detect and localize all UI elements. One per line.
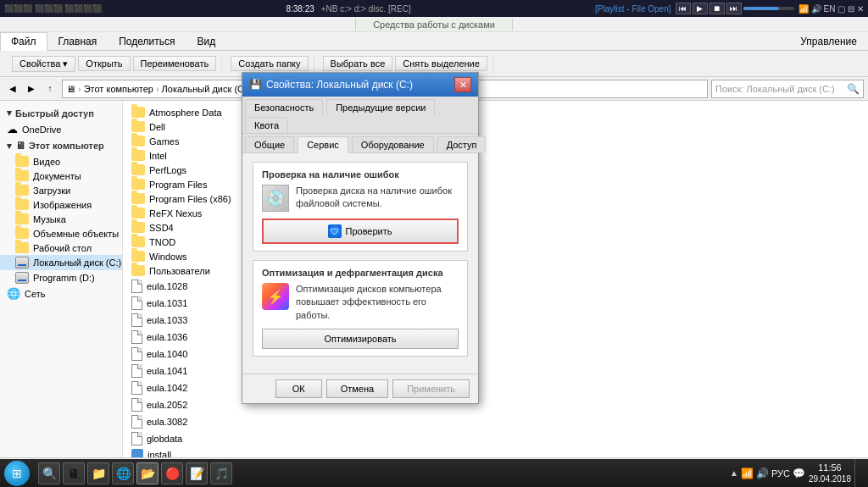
- sidebar: ▾ Быстрый доступ ☁ OneDrive ▾ 🖥 Этот ком…: [0, 101, 123, 457]
- file-item-windows[interactable]: Windows: [127, 249, 864, 263]
- media-play[interactable]: ▶: [693, 3, 708, 14]
- file-item-eula2052[interactable]: eula.2052: [127, 396, 864, 413]
- file-item-perflogs[interactable]: PerfLogs: [127, 163, 864, 177]
- tab-view[interactable]: Вид: [186, 32, 226, 50]
- tab-share[interactable]: Поделиться: [108, 32, 186, 50]
- file-item-dell[interactable]: Dell: [127, 119, 864, 134]
- tab-service[interactable]: Сервис: [298, 136, 348, 153]
- taskbar-pinned-3[interactable]: 📁: [87, 462, 109, 484]
- tray-arrow[interactable]: ▲: [730, 468, 738, 478]
- cancel-button[interactable]: Отмена: [326, 379, 388, 398]
- sidebar-label-d: Programm (D:): [33, 273, 95, 283]
- file-label: Intel: [149, 151, 167, 161]
- file-item-eula1040[interactable]: eula.1040: [127, 346, 864, 362]
- file-item-intel[interactable]: Intel: [127, 148, 864, 163]
- media-next[interactable]: ⏭: [726, 3, 742, 14]
- sidebar-item-onedrive[interactable]: ☁ OneDrive: [0, 121, 122, 137]
- breadcrumb-pc[interactable]: Этот компьютер: [84, 84, 153, 94]
- file-item-games[interactable]: Games: [127, 134, 864, 148]
- tray-notif-icon[interactable]: 💬: [793, 468, 805, 479]
- ribbon-properties-btn[interactable]: Свойства ▾: [12, 56, 75, 72]
- start-button[interactable]: ⊞: [0, 459, 34, 487]
- hdd-icon-d: [15, 272, 29, 284]
- file-item-ssd4[interactable]: SSD4: [127, 220, 864, 235]
- ribbon-rename-btn[interactable]: Переименовать: [133, 56, 217, 71]
- ok-button[interactable]: ОК: [275, 379, 322, 398]
- file-item-eula1031[interactable]: eula.1031: [127, 295, 864, 312]
- file-item-programfiles[interactable]: Program Files: [127, 177, 864, 191]
- sidebar-item-video[interactable]: Видео: [0, 154, 122, 169]
- file-item-tnod[interactable]: TNOD: [127, 235, 864, 249]
- sidebar-item-music[interactable]: Музыка: [0, 212, 122, 226]
- sidebar-item-3d[interactable]: Объемные объекты: [0, 226, 122, 241]
- sidebar-item-desktop[interactable]: Рабочий стол: [0, 241, 122, 255]
- tab-quota[interactable]: Квота: [245, 117, 288, 133]
- file-item-eula1036[interactable]: eula.1036: [127, 329, 864, 346]
- ribbon-new-folder-btn[interactable]: Создать папку: [231, 56, 308, 71]
- dialog-close-button[interactable]: ✕: [454, 77, 471, 92]
- tab-access[interactable]: Доступ: [437, 136, 487, 152]
- folder-icon-music: [15, 213, 29, 224]
- taskbar-pinned-6[interactable]: 📝: [186, 462, 208, 484]
- file-item-users[interactable]: Пользователи: [127, 263, 864, 278]
- file-item-eula3082[interactable]: eula.3082: [127, 413, 864, 430]
- show-desktop-btn[interactable]: [854, 459, 861, 487]
- media-prev[interactable]: ⏮: [676, 3, 691, 14]
- optimize-section: Оптимизация и дефрагментация диска ⚡ Опт…: [253, 260, 468, 357]
- tab-home[interactable]: Главная: [47, 32, 108, 50]
- taskbar-pinned-5[interactable]: 🔴: [161, 462, 183, 484]
- sidebar-item-d-drive[interactable]: Programm (D:): [0, 270, 122, 285]
- file-item-refx[interactable]: ReFX Nexus: [127, 206, 864, 220]
- sidebar-this-pc[interactable]: ▾ 🖥 Этот компьютер: [0, 137, 122, 154]
- ribbon-clear-btn[interactable]: Снять выделение: [395, 56, 487, 71]
- taskbar-pinned-1[interactable]: 🔍: [38, 462, 60, 484]
- ribbon-select-all-btn[interactable]: Выбрать все: [323, 56, 393, 71]
- tray-icon-2: 🔊: [811, 4, 821, 14]
- tray-controls[interactable]: ▢ ⊟ ✕: [837, 4, 864, 14]
- media-stop[interactable]: ⏹: [709, 3, 725, 14]
- taskbar-pinned-4[interactable]: 🌐: [112, 462, 134, 484]
- sidebar-item-network[interactable]: 🌐 Сеть: [0, 285, 122, 302]
- tray-lang[interactable]: РУС: [771, 468, 790, 479]
- forward-button[interactable]: ▶: [23, 80, 40, 97]
- sidebar-quick-access[interactable]: ▾ Быстрый доступ: [0, 105, 122, 121]
- file-item-eula1041[interactable]: eula.1041: [127, 362, 864, 379]
- file-item-programfilesx86[interactable]: Program Files (x86): [127, 191, 864, 206]
- file-item-globdata[interactable]: globdata: [127, 430, 864, 447]
- tab-manage[interactable]: Управление: [789, 32, 868, 50]
- sidebar-item-downloads[interactable]: Загрузки: [0, 183, 122, 197]
- file-item-eula1033[interactable]: eula.1033: [127, 312, 864, 329]
- search-box[interactable]: Поиск: Локальный диск (C:) 🔍: [711, 80, 864, 98]
- folder-icon-docs: [15, 170, 29, 181]
- taskbar-pinned-7[interactable]: 🎵: [210, 462, 232, 484]
- taskbar-pinned-2[interactable]: 🖥: [63, 462, 85, 484]
- check-button[interactable]: 🛡 Проверить: [262, 219, 459, 244]
- file-item-eula1042[interactable]: eula.1042: [127, 379, 864, 396]
- network-icon: 🌐: [7, 287, 20, 300]
- sidebar-item-docs[interactable]: Документы: [0, 169, 122, 183]
- sidebar-item-c-drive[interactable]: Локальный диск (C:): [0, 255, 122, 270]
- file-item-eula1028[interactable]: eula.1028: [127, 278, 864, 295]
- clock[interactable]: 11:56 29.04.2018: [809, 462, 851, 484]
- optimize-button[interactable]: Оптимизировать: [262, 329, 459, 349]
- apply-button[interactable]: Применить: [392, 379, 470, 398]
- file-label: eula.1028: [147, 281, 187, 291]
- back-button[interactable]: ◀: [4, 80, 21, 97]
- volume-bar[interactable]: [743, 7, 794, 10]
- file-label: globdata: [147, 434, 182, 444]
- taskbar-explorer-active[interactable]: 📂: [136, 462, 159, 484]
- ribbon-open-btn[interactable]: Открыть: [78, 56, 130, 71]
- tab-general[interactable]: Общие: [245, 136, 294, 152]
- ribbon-tabs: Файл Главная Поделиться Вид Управление: [0, 32, 868, 51]
- tab-prev-versions[interactable]: Предыдущие версии: [326, 99, 435, 115]
- file-item-install1[interactable]: install: [127, 447, 864, 457]
- tab-file[interactable]: Файл: [0, 32, 47, 51]
- breadcrumb-drive[interactable]: Локальный диск (C:): [162, 84, 250, 94]
- folder-icon: [15, 156, 29, 167]
- tab-security[interactable]: Безопасность: [245, 99, 323, 115]
- tab-hardware[interactable]: Оборудование: [352, 136, 434, 152]
- sidebar-item-images[interactable]: Изображения: [0, 197, 122, 212]
- file-item-atmosphere[interactable]: Atmosphere Data: [127, 105, 864, 119]
- up-button[interactable]: ↑: [42, 80, 58, 97]
- search-icon[interactable]: 🔍: [847, 83, 860, 95]
